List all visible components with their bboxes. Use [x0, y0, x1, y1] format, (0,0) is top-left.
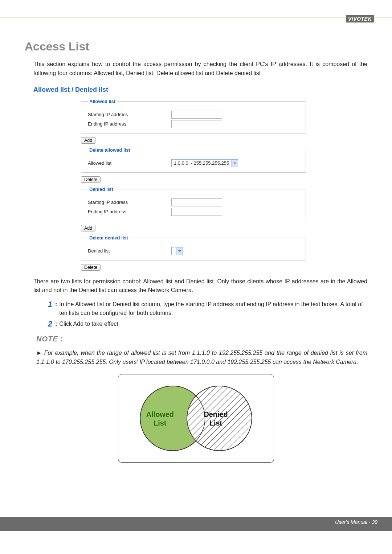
delete-allowed-group: Delete allowed list Allowed list 1.0.0.0… — [81, 147, 306, 173]
delete-denied-group: Delete denied list Denied list — [81, 235, 306, 260]
delete-allowed-legend: Delete allowed list — [88, 147, 132, 153]
allowed-list-selected: 1.0.0.0 ~ 255.255.255.255 — [174, 160, 231, 166]
svg-text:Denied: Denied — [204, 410, 228, 418]
steps-list: 1 : In the Allowed list or Denied list c… — [44, 300, 367, 328]
step-number: 1 — [44, 300, 52, 309]
chevron-down-icon — [231, 160, 238, 167]
delete-allowed-label: Allowed list — [88, 160, 171, 166]
step-text: In the Allowed list or Denied list colum… — [59, 300, 367, 317]
allowed-add-button[interactable]: Add — [81, 137, 95, 144]
footer-text: User's Manual - 39 — [335, 519, 377, 525]
step-2: 2 : Click Add to take effect. — [44, 320, 367, 328]
allowed-list-legend: Allowed list — [88, 99, 117, 104]
explanation-paragraph: There are two lists for permission contr… — [33, 277, 367, 295]
step-text: Click Add to take effect. — [59, 320, 367, 328]
allowed-end-input[interactable] — [171, 120, 222, 128]
svg-text:Allowed: Allowed — [146, 410, 174, 418]
step-1: 1 : In the Allowed list or Denied list c… — [44, 300, 367, 317]
page-title: Access List — [25, 40, 367, 53]
denied-start-label: Starting IP address — [88, 200, 171, 205]
svg-text:List: List — [209, 419, 222, 427]
delete-denied-label: Denied list — [88, 248, 171, 254]
header-divider — [0, 17, 392, 17]
allowed-start-label: Starting IP address — [88, 112, 171, 117]
chevron-down-icon — [176, 247, 183, 255]
note-heading: NOTE : — [36, 335, 367, 344]
denied-start-input[interactable] — [171, 198, 222, 206]
step-number: 2 — [44, 320, 52, 328]
note-body: ► For example, when the range of allowed… — [36, 349, 367, 367]
denied-delete-button[interactable]: Delete — [81, 264, 101, 271]
allowed-end-label: Ending IP address — [88, 121, 171, 127]
allowed-delete-button[interactable]: Delete — [81, 176, 101, 183]
denied-add-button[interactable]: Add — [81, 225, 95, 231]
brand-label: VIVOTEK — [346, 15, 374, 22]
allowed-list-select[interactable]: 1.0.0.0 ~ 255.255.255.255 — [171, 159, 238, 167]
denied-list-legend: Denied list — [88, 186, 115, 192]
denied-list-select[interactable] — [171, 247, 183, 255]
venn-diagram: Allowed List Denied List — [118, 374, 274, 463]
denied-end-input[interactable] — [171, 208, 222, 216]
allowed-list-group: Allowed list Starting IP address Ending … — [81, 99, 306, 134]
svg-text:List: List — [154, 419, 167, 427]
denied-list-group: Denied list Starting IP address Ending I… — [81, 186, 306, 221]
denied-end-label: Ending IP address — [88, 209, 171, 214]
section-subtitle: Allowed list / Denied list — [33, 86, 367, 94]
intro-paragraph: This section explains how to control the… — [33, 60, 367, 78]
access-list-panel: Allowed list Starting IP address Ending … — [81, 99, 306, 271]
allowed-start-input[interactable] — [171, 111, 222, 119]
delete-denied-legend: Delete denied list — [88, 235, 130, 241]
page-footer: User's Manual - 39 — [0, 517, 392, 531]
